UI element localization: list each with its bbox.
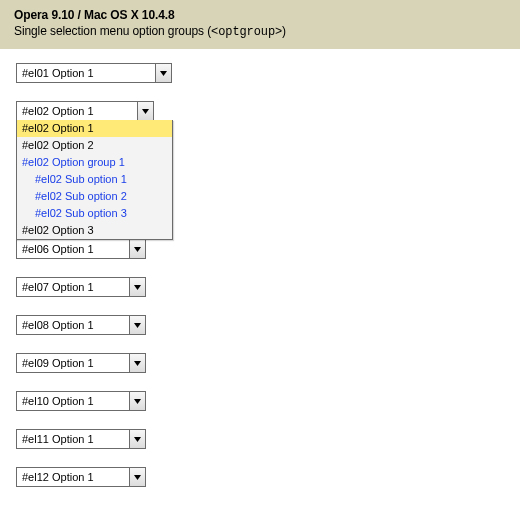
chevron-down-icon	[129, 278, 145, 296]
select-row-el09: #el09 Option 1	[16, 353, 504, 373]
chevron-down-icon	[137, 102, 153, 120]
select-row-el06: #el06 Option 1	[16, 239, 504, 259]
browser-os-label: Opera 9.10 / Mac OS X 10.4.8	[14, 8, 506, 22]
select-el07[interactable]: #el07 Option 1	[16, 277, 146, 297]
dropdown-option[interactable]: #el02 Option 1	[17, 120, 172, 137]
header: Opera 9.10 / Mac OS X 10.4.8 Single sele…	[0, 0, 520, 49]
select-value: #el02 Option 1	[17, 102, 137, 120]
select-el11[interactable]: #el11 Option 1	[16, 429, 146, 449]
dropdown-suboption[interactable]: #el02 Sub option 1	[17, 171, 172, 188]
chevron-down-icon	[155, 64, 171, 82]
chevron-down-icon	[129, 240, 145, 258]
select-value: #el10 Option 1	[17, 392, 129, 410]
dropdown-option[interactable]: #el02 Option 2	[17, 137, 172, 154]
select-row-el01: #el01 Option 1	[16, 63, 504, 83]
select-value: #el01 Option 1	[17, 64, 155, 82]
select-el10[interactable]: #el10 Option 1	[16, 391, 146, 411]
dropdown-option[interactable]: #el02 Option 3	[17, 222, 172, 239]
select-row-el12: #el12 Option 1	[16, 467, 504, 487]
chevron-down-icon	[129, 468, 145, 486]
select-el01[interactable]: #el01 Option 1	[16, 63, 172, 83]
dropdown-optgroup-label: #el02 Option group 1	[17, 154, 172, 171]
page-subtitle: Single selection menu option groups (<op…	[14, 24, 506, 39]
chevron-down-icon	[129, 316, 145, 334]
select-el12[interactable]: #el12 Option 1	[16, 467, 146, 487]
dropdown-suboption[interactable]: #el02 Sub option 3	[17, 205, 172, 222]
select-value: #el07 Option 1	[17, 278, 129, 296]
select-row-el10: #el10 Option 1	[16, 391, 504, 411]
select-value: #el09 Option 1	[17, 354, 129, 372]
chevron-down-icon	[129, 354, 145, 372]
dropdown-suboption[interactable]: #el02 Sub option 2	[17, 188, 172, 205]
select-value: #el11 Option 1	[17, 430, 129, 448]
select-value: #el12 Option 1	[17, 468, 129, 486]
select-row-el08: #el08 Option 1	[16, 315, 504, 335]
select-el08[interactable]: #el08 Option 1	[16, 315, 146, 335]
content-area: #el01 Option 1 #el02 Option 1 #el02 Opti…	[0, 49, 520, 505]
select-el06[interactable]: #el06 Option 1	[16, 239, 146, 259]
select-el02[interactable]: #el02 Option 1	[16, 101, 154, 121]
select-row-el11: #el11 Option 1	[16, 429, 504, 449]
chevron-down-icon	[129, 430, 145, 448]
select-row-el02: #el02 Option 1 #el02 Option 1 #el02 Opti…	[16, 101, 504, 121]
select-row-el07: #el07 Option 1	[16, 277, 504, 297]
select-el09[interactable]: #el09 Option 1	[16, 353, 146, 373]
select-value: #el06 Option 1	[17, 240, 129, 258]
select-el02-dropdown: #el02 Option 1 #el02 Option 2 #el02 Opti…	[16, 120, 173, 240]
chevron-down-icon	[129, 392, 145, 410]
select-value: #el08 Option 1	[17, 316, 129, 334]
